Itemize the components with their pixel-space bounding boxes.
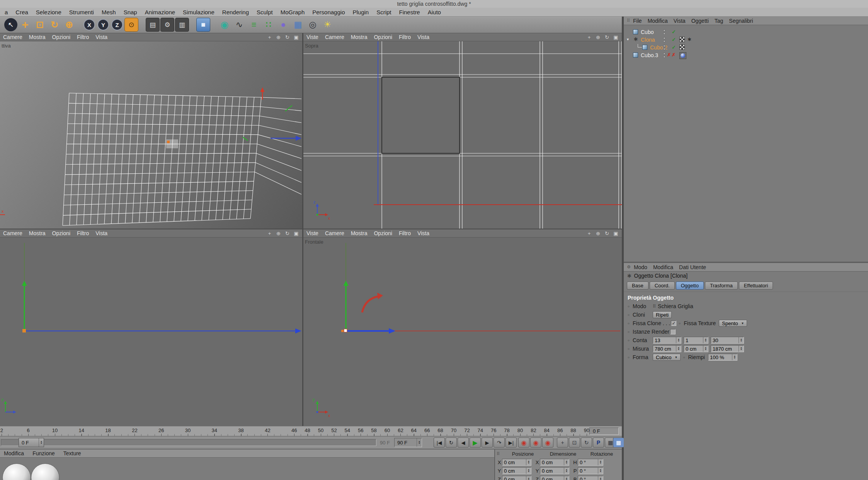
side-menu-opzioni[interactable]: Opzioni bbox=[52, 230, 70, 236]
move-tool[interactable]: + bbox=[18, 18, 32, 32]
menu-aiuto[interactable]: Aiuto bbox=[424, 9, 445, 15]
record-position-button[interactable]: + bbox=[557, 438, 568, 448]
viewport-side-canvas[interactable]: y bbox=[0, 237, 302, 426]
window-titlebar[interactable]: tetto griglia controsoffitto.dwg * bbox=[0, 0, 868, 8]
menu-snap[interactable]: Snap bbox=[120, 9, 141, 15]
material-tag-icon[interactable] bbox=[679, 52, 686, 59]
riempi-field[interactable]: 100 %▲▼ bbox=[708, 354, 737, 361]
side-menu-vista[interactable]: Vista bbox=[95, 230, 107, 236]
viewport-toggle-icon[interactable]: ▣ bbox=[613, 231, 619, 236]
side-menu-filtro[interactable]: Filtro bbox=[77, 230, 89, 236]
metaball-button[interactable]: ● bbox=[276, 18, 290, 32]
viewport-perspective[interactable]: CamereMostraOpzioniFiltroVista+⊕↻▣ x tti… bbox=[0, 33, 302, 229]
perspective-menu-camere[interactable]: Camere bbox=[3, 34, 22, 40]
object-name[interactable]: Cubo.3 bbox=[641, 52, 658, 58]
menu-finestre[interactable]: Finestre bbox=[395, 9, 424, 15]
object-row-cubo-3[interactable]: Cubo.3✗✗ bbox=[624, 51, 868, 59]
menu-personaggio[interactable]: Personaggio bbox=[308, 9, 349, 15]
side-menu-mostra[interactable]: Mostra bbox=[29, 230, 46, 236]
enabled-check-icon[interactable]: ✓ bbox=[672, 44, 676, 50]
record-keyframe-button[interactable]: ◉ bbox=[518, 438, 529, 448]
render-view-button[interactable]: ▤ bbox=[146, 18, 160, 32]
record-rotation-button[interactable]: ↻ bbox=[581, 438, 592, 448]
viewport-splitter-horizontal[interactable] bbox=[0, 229, 622, 229]
top-menu-viste[interactable]: Viste bbox=[306, 34, 318, 40]
menu-crea[interactable]: Crea bbox=[12, 9, 32, 15]
prev-frame-button[interactable]: ◀ bbox=[458, 438, 469, 448]
object-name[interactable]: Clona bbox=[641, 37, 655, 43]
viewport-splitter-vertical[interactable] bbox=[302, 33, 303, 426]
side-menu-camere[interactable]: Camere bbox=[3, 230, 22, 236]
timeline-track[interactable] bbox=[1, 439, 376, 446]
frame-stepper[interactable]: ▲▼ bbox=[39, 438, 44, 447]
y-axis-arrow[interactable] bbox=[22, 281, 27, 286]
viewport-pan-icon[interactable]: + bbox=[586, 34, 592, 40]
perspective-menu-filtro[interactable]: Filtro bbox=[77, 34, 89, 40]
anim-dot-icon[interactable]: ○ bbox=[628, 305, 633, 308]
front-menu-opzioni[interactable]: Opzioni bbox=[374, 230, 392, 236]
camera-button[interactable]: ◎ bbox=[306, 18, 320, 32]
cloni-dropdown[interactable]: Ripeti bbox=[653, 311, 672, 318]
tab-oggetto[interactable]: Oggetto bbox=[676, 282, 704, 290]
size-x-field[interactable]: 0 cm▲▼ bbox=[540, 459, 569, 466]
last-tool[interactable]: ⊕ bbox=[62, 18, 76, 32]
object-row-cubo[interactable]: Cubo✓ bbox=[624, 28, 868, 36]
cycle-button[interactable]: ↻ bbox=[446, 438, 457, 448]
anim-dot-icon[interactable]: ○ bbox=[628, 356, 633, 359]
enabled-check-icon[interactable]: ✓ bbox=[672, 29, 676, 35]
add-cube-button[interactable]: ■ bbox=[196, 18, 210, 32]
material-menu-modifica[interactable]: Modifica bbox=[4, 450, 24, 456]
conta-x-field[interactable]: 13▲▼ bbox=[653, 337, 681, 344]
viewport-zoom-icon[interactable]: ⊕ bbox=[595, 34, 601, 40]
autokey-button[interactable]: ◉ bbox=[530, 438, 541, 448]
texture-tag-icon[interactable] bbox=[679, 37, 685, 42]
grid-array-button[interactable]: ▦ bbox=[291, 18, 305, 32]
z-axis-lock[interactable]: Z bbox=[111, 19, 123, 31]
anim-dot-icon[interactable]: ○ bbox=[628, 330, 633, 334]
anim-dot-icon[interactable]: ○ bbox=[628, 322, 633, 325]
visibility-dots[interactable] bbox=[663, 53, 665, 58]
visibility-dots[interactable] bbox=[663, 45, 665, 50]
front-menu-mostra[interactable]: Mostra bbox=[351, 230, 368, 236]
front-menu-filtro[interactable]: Filtro bbox=[399, 230, 411, 236]
timeline-handle[interactable]: 0 F ▲▼ bbox=[19, 438, 44, 447]
misura-x-field[interactable]: 780 cm▲▼ bbox=[653, 345, 681, 352]
menu-strumenti[interactable]: Strumenti bbox=[65, 9, 98, 15]
tab-effettuatori[interactable]: Effettuatori bbox=[739, 282, 773, 290]
front-menu-camere[interactable]: Camere bbox=[325, 230, 344, 236]
light-button[interactable]: ☀ bbox=[320, 18, 334, 32]
expander-icon[interactable]: ▾ bbox=[627, 37, 629, 41]
perspective-menu-opzioni[interactable]: Opzioni bbox=[52, 34, 70, 40]
viewport-toggle-icon[interactable]: ▣ bbox=[293, 34, 299, 40]
top-menu-opzioni[interactable]: Opzioni bbox=[374, 34, 392, 40]
end-frame-field[interactable]: 90 F ▲▼ bbox=[394, 438, 422, 447]
viewport-top[interactable]: VisteCamereMostraOpzioniFiltroVista+⊕↻▣ bbox=[303, 33, 622, 229]
scale-tool[interactable]: ⊡ bbox=[33, 18, 47, 32]
subdivision-surface-button[interactable]: ◉ bbox=[218, 18, 231, 32]
anim-dot-icon[interactable]: ○ bbox=[628, 347, 633, 351]
object-name[interactable]: Cubo bbox=[641, 29, 654, 35]
rotation-band[interactable] bbox=[362, 296, 379, 312]
x-axis-arrow[interactable] bbox=[389, 328, 395, 334]
goto-end-button[interactable]: ▶| bbox=[505, 438, 517, 448]
viewport-toggle-icon[interactable]: ▣ bbox=[613, 34, 619, 40]
fissa-texture-dropdown[interactable]: Spento▼ bbox=[719, 320, 747, 327]
menu-script[interactable]: Script bbox=[373, 9, 395, 15]
top-menu-filtro[interactable]: Filtro bbox=[399, 34, 411, 40]
material-menu-texture[interactable]: Texture bbox=[63, 450, 81, 456]
viewport-rotate-icon[interactable]: ↻ bbox=[604, 34, 610, 40]
viewport-pan-icon[interactable]: + bbox=[586, 231, 592, 236]
rotate-tool[interactable]: ↻ bbox=[48, 18, 61, 32]
om-menu-vista[interactable]: Vista bbox=[674, 18, 686, 24]
anim-dot-icon[interactable]: ○ bbox=[628, 339, 633, 342]
tab-base[interactable]: Base bbox=[627, 282, 648, 290]
viewport-front[interactable]: VisteCamereMostraOpzioniFiltroVista+⊕↻▣ … bbox=[303, 229, 622, 426]
enabled-check-icon[interactable]: ✓ bbox=[672, 37, 676, 42]
viewport-zoom-icon[interactable]: ⊕ bbox=[595, 231, 601, 236]
origin-handle[interactable] bbox=[344, 329, 347, 332]
viewport-side[interactable]: CamereMostraOpzioniFiltroVista+⊕↻▣ y bbox=[0, 229, 302, 426]
position-x-field[interactable]: 0 cm▲▼ bbox=[502, 459, 531, 466]
misura-y-field[interactable]: 0 cm▲▼ bbox=[684, 345, 708, 352]
am-menu-modifica[interactable]: Modifica bbox=[653, 264, 673, 270]
origin-handle[interactable] bbox=[167, 141, 170, 143]
